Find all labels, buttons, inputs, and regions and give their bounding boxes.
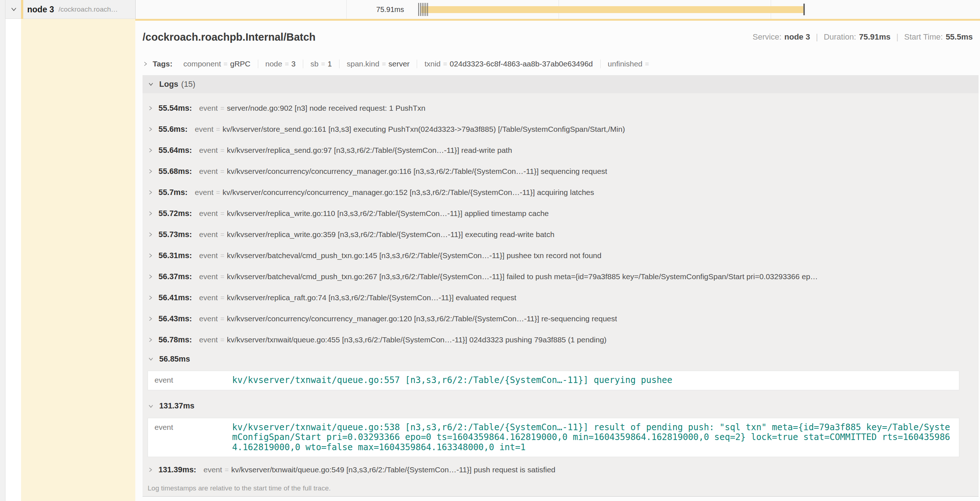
start-time-value: 55.5ms [945,32,973,42]
chevron-right-icon [148,337,153,343]
log-detail-table: event kv/kvserver/txnwait/queue.go:538 [… [148,418,959,458]
log-row[interactable]: 55.64ms: event = kv/kvserver/replica_sen… [143,140,978,161]
log-row[interactable]: 56.43ms: event = kv/kvserver/concurrency… [143,308,978,329]
tag-txnid: txnid=024d3323-6c8f-4863-aa8b-37ab0e6349… [417,59,600,68]
logs-title: Logs [159,80,178,89]
tag-span-kind: span.kind=server [339,59,417,68]
span-operation-name: /cockroach.roach… [58,5,118,13]
log-field-key: event [148,375,232,386]
span-timeline-row[interactable]: 75.91ms [135,0,980,19]
log-row-expanded-header[interactable]: 131.37ms [143,398,978,414]
log-row[interactable]: 55.7ms: event = kv/kvserver/concurrency/… [143,182,978,203]
logs-chevron-down-icon[interactable] [148,81,154,87]
log-detail-table: event kv/kvserver/txnwait/queue.go:557 [… [148,371,959,390]
log-row[interactable]: 55.72ms: event = kv/kvserver/replica_wri… [143,203,978,224]
chevron-down-icon [148,403,154,409]
log-row[interactable]: 56.41ms: event = kv/kvserver/replica_raf… [143,287,978,308]
tag-component: component=gRPC [176,59,258,68]
duration-label: Duration: [824,32,856,42]
chevron-right-icon [148,210,153,217]
log-tick-mark [420,3,421,16]
tags-accordion[interactable]: Tags: component=gRPC node=3 sb=1 span.ki… [143,57,978,71]
log-row-expanded-header[interactable]: 56.85ms [143,351,978,367]
chevron-right-icon [148,316,153,322]
left-gutter [0,0,5,501]
chevron-right-icon [148,294,153,301]
span-color-accent [21,0,23,19]
span-row-highlight-column [21,19,135,501]
chevron-down-icon [148,356,154,362]
service-label: Service: [752,32,781,42]
span-detail-panel: /cockroach.roachpb.Internal/Batch Servic… [135,21,980,501]
tags-chevron-right-icon[interactable] [143,61,148,67]
chevron-right-icon [148,273,153,280]
span-duration-label: 75.91ms [345,0,404,19]
span-duration-bar[interactable] [421,6,805,13]
stats-divider: | [816,32,818,42]
log-row[interactable]: 56.31ms: event = kv/kvserver/batcheval/c… [143,245,978,266]
collapse-span-chevron-down-icon[interactable] [10,6,18,13]
chevron-right-icon [148,231,153,238]
logs-accordion-header[interactable]: Logs (15) [143,75,978,93]
chevron-right-icon [148,189,153,196]
tag-unfinished: unfinished= [600,59,659,68]
log-tick-mark [427,3,428,16]
log-field-key: event [148,423,232,453]
trace-detail-view: node 3 /cockroach.roach… 75.91ms /cockro… [0,0,980,501]
log-row[interactable]: 55.73ms: event = kv/kvserver/replica_wri… [143,224,978,245]
log-row[interactable]: 56.37ms: event = kv/kvserver/batcheval/c… [143,266,978,287]
chevron-right-icon [148,105,153,112]
logs-section: Logs (15) 55.54ms: event = server/node.g… [143,75,978,497]
stats-divider: | [896,32,898,42]
detail-title-row: /cockroach.roachpb.Internal/Batch Servic… [143,28,978,46]
tag-sb: sb=1 [303,59,339,68]
log-field-value: kv/kvserver/txnwait/queue.go:557 [n3,s3,… [232,375,959,386]
chevron-right-icon [148,252,153,259]
tags-label: Tags: [153,59,172,68]
logs-count: (15) [181,80,196,89]
log-tick-mark [418,3,419,16]
start-time-label: Start Time: [904,32,943,42]
log-tick-mark [424,3,424,16]
log-row[interactable]: 55.6ms: event = kv/kvserver/store_send.g… [143,119,978,140]
chevron-right-icon [148,147,153,153]
log-tick-cluster-end [803,4,805,15]
log-row[interactable]: 56.78ms: event = kv/kvserver/txnwait/que… [143,329,978,350]
log-tick-mark [422,3,423,16]
span-stats: Service: node 3 | Duration: 75.91ms | St… [752,32,973,42]
logs-footer-note: Log timestamps are relative to the start… [143,480,978,496]
span-service-name: node 3 [27,5,54,14]
chevron-right-icon [148,168,153,175]
chevron-right-icon [148,126,153,132]
span-name-cell[interactable]: node 3 /cockroach.roach… [5,0,135,19]
logs-body: 55.54ms: event = server/node.go:902 [n3]… [143,93,978,496]
duration-value: 75.91ms [859,32,891,42]
tag-node: node=3 [258,59,303,68]
log-tick-mark [425,3,426,16]
chevron-right-icon [148,466,153,473]
log-row[interactable]: 55.68ms: event = kv/kvserver/concurrency… [143,161,978,182]
log-row[interactable]: 55.54ms: event = server/node.go:902 [n3]… [143,98,978,119]
operation-title: /cockroach.roachpb.Internal/Batch [143,31,315,43]
span-name-texts: node 3 /cockroach.roach… [27,0,133,19]
service-value: node 3 [784,32,810,42]
log-row[interactable]: 131.39ms: event = kv/kvserver/txnwait/qu… [143,459,978,480]
log-field-value: kv/kvserver/txnwait/queue.go:538 [n3,s3,… [232,423,959,453]
